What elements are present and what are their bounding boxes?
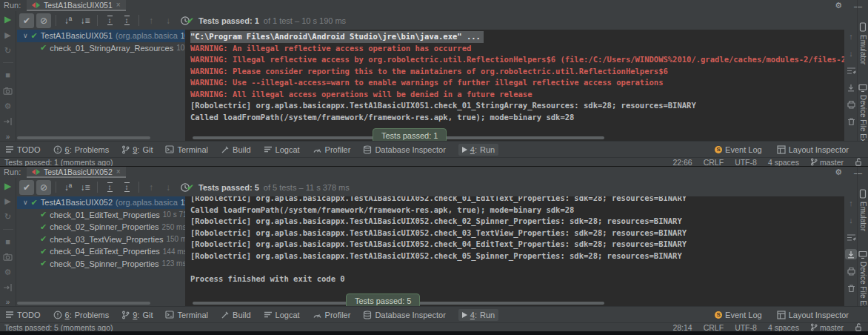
print-icon[interactable] xyxy=(845,99,857,110)
test-row[interactable]: ✔ check_01_StringArray_Resources 10 s 19… xyxy=(17,42,185,55)
down-stacktrace-icon[interactable]: ↓ xyxy=(845,48,857,59)
collapse-all-icon[interactable]: ↕ xyxy=(119,13,134,28)
toolbar-item-logcat[interactable]: Logcat xyxy=(264,311,300,319)
toolbar-item-git[interactable]: 9:Git xyxy=(121,311,153,319)
gear-icon[interactable]: ⚙ xyxy=(835,168,842,177)
screenshot-icon[interactable] xyxy=(2,85,14,96)
toolbar-item-database-inspector[interactable]: Database Inspector xyxy=(363,311,445,319)
toolbar-item-todo[interactable]: TODO xyxy=(5,311,41,319)
gear-icon[interactable]: ⚙ xyxy=(835,1,842,10)
rerun-failed-icon[interactable]: ▶ xyxy=(2,30,14,40)
previous-occurrence-icon[interactable]: ↑ xyxy=(144,180,158,195)
scroll-to-end-icon[interactable] xyxy=(845,249,857,259)
event-log-button[interactable]: SEvent Log xyxy=(715,145,762,154)
console-output[interactable]: [Robolectric] org.aplas.basicappx.TestA1… xyxy=(185,196,844,306)
toolbar-item-git[interactable]: 9:Git xyxy=(121,145,153,154)
sort-by-duration-icon[interactable]: ↓≡ xyxy=(78,180,93,195)
auto-test-icon[interactable]: ↻ xyxy=(2,212,14,222)
run-tab[interactable]: TestA1BasicUIX051 × xyxy=(27,0,126,11)
git-branch-widget[interactable]: master xyxy=(810,323,844,332)
test-row[interactable]: ✔ check_03_TextView_Properties 150 ms xyxy=(17,233,185,246)
auto-test-icon[interactable]: ↻ xyxy=(2,45,14,56)
sort-by-duration-icon[interactable]: ↓≡ xyxy=(78,13,93,28)
expand-all-icon[interactable]: ↕ xyxy=(102,180,117,195)
lock-icon[interactable] xyxy=(855,158,862,166)
toolbar-item-build[interactable]: Build xyxy=(221,145,250,154)
close-icon[interactable]: × xyxy=(116,1,121,9)
status-message[interactable]: Tests passed: 1 (moments ago) xyxy=(4,158,113,167)
up-stacktrace-icon[interactable]: ↑ xyxy=(845,198,857,208)
soft-wrap-icon[interactable] xyxy=(845,232,857,242)
hidden-actions-chevron-icon[interactable]: » xyxy=(6,298,10,306)
show-ignored-filter-icon[interactable]: ⊘ xyxy=(36,180,51,195)
event-log-button[interactable]: SEvent Log xyxy=(715,311,762,319)
scroll-to-end-icon[interactable] xyxy=(845,82,857,93)
indent-widget[interactable]: 4 spaces xyxy=(768,323,799,332)
import-test-results-icon[interactable] xyxy=(2,282,14,293)
test-row[interactable]: ✔ check_02_Spinner_Properties 250 ms xyxy=(17,221,185,233)
expand-all-icon[interactable]: ↕ xyxy=(102,13,117,28)
status-message[interactable]: Tests passed: 5 (moments ago) xyxy=(4,323,113,332)
toolbar-item-todo[interactable]: TODO xyxy=(5,145,41,154)
encoding-widget[interactable]: UTF-8 xyxy=(735,158,757,167)
toolbar-item-build[interactable]: Build xyxy=(221,311,250,319)
toolbar-item-logcat[interactable]: Logcat xyxy=(264,145,300,154)
rerun-icon[interactable]: ▶ xyxy=(2,14,14,24)
toolbar-item-profiler[interactable]: Profiler xyxy=(313,311,351,319)
tree-scrollbar[interactable] xyxy=(17,136,150,139)
screenshot-icon[interactable] xyxy=(2,251,14,262)
encoding-widget[interactable]: UTF-8 xyxy=(735,323,757,332)
up-stacktrace-icon[interactable]: ↑ xyxy=(845,31,857,42)
next-occurrence-icon[interactable]: ↓ xyxy=(161,180,176,195)
show-ignored-filter-icon[interactable]: ⊘ xyxy=(36,13,51,28)
toolbar-item-run[interactable]: 4:Run xyxy=(458,309,498,321)
test-row[interactable]: ✔ check_01_EditText_Properties 10 s 711 … xyxy=(17,209,185,222)
caret-position-widget[interactable]: 28:14 xyxy=(672,323,692,332)
rerun-failed-icon[interactable]: ▶ xyxy=(2,196,14,207)
toolbar-item-terminal[interactable]: Terminal xyxy=(165,311,208,319)
toolbar-item-terminal[interactable]: Terminal xyxy=(165,145,208,154)
stop-icon[interactable]: ■ xyxy=(2,70,14,80)
toolbar-item-database-inspector[interactable]: Database Inspector xyxy=(363,145,445,154)
collapse-all-icon[interactable]: ↕ xyxy=(119,180,134,195)
layout-inspector-button[interactable]: Layout Inspector xyxy=(777,311,849,319)
toolbar-item-profiler[interactable]: Profiler xyxy=(313,145,351,154)
indent-widget[interactable]: 4 spaces xyxy=(768,158,799,167)
tree-scrollbar[interactable] xyxy=(17,302,150,305)
clear-console-icon[interactable] xyxy=(845,116,857,127)
sort-alphabetically-icon[interactable]: ↓ª xyxy=(61,13,76,28)
git-branch-widget[interactable]: master xyxy=(810,158,844,167)
close-icon[interactable]: × xyxy=(116,168,121,176)
show-passed-filter-icon[interactable]: ✔ xyxy=(19,13,34,28)
soft-wrap-icon[interactable] xyxy=(845,65,857,76)
toolbar-item-problems[interactable]: 6:Problems xyxy=(53,311,110,319)
test-root-row[interactable]: ∨ ✔ TestA1BasicUIX051 (org.aplas.basica … xyxy=(17,30,185,42)
stop-icon[interactable]: ■ xyxy=(2,236,14,247)
layout-inspector-button[interactable]: Layout Inspector xyxy=(777,145,849,154)
line-ending-widget[interactable]: CRLF xyxy=(704,158,724,167)
lock-icon[interactable] xyxy=(855,323,862,331)
rerun-icon[interactable]: ▶ xyxy=(2,181,14,191)
toolbar-item-problems[interactable]: 6:Problems xyxy=(53,145,110,154)
show-passed-filter-icon[interactable]: ✔ xyxy=(19,180,34,195)
caret-position-widget[interactable]: 22:66 xyxy=(672,158,692,167)
line-ending-widget[interactable]: CRLF xyxy=(704,323,724,332)
debug-settings-icon[interactable]: ⚙ xyxy=(2,267,14,277)
console-output[interactable]: "C:\Program Files\Android\Android Studio… xyxy=(185,30,844,141)
previous-occurrence-icon[interactable]: ↑ xyxy=(144,13,158,28)
test-row[interactable]: ✔ check_05_Spinner_Properties 123 ms xyxy=(17,258,185,271)
run-tab[interactable]: TestA1BasicUIX052 × xyxy=(27,167,126,178)
test-root-row[interactable]: ∨ ✔ TestA1BasicUIX052 (org.aplas.basica … xyxy=(17,196,185,209)
print-icon[interactable] xyxy=(845,266,857,276)
emulator-stripe-button[interactable]: Emulator xyxy=(859,22,867,64)
next-occurrence-icon[interactable]: ↓ xyxy=(161,13,176,28)
hidden-actions-chevron-icon[interactable]: » xyxy=(6,133,10,141)
clear-console-icon[interactable] xyxy=(845,283,857,293)
expander-icon[interactable]: ∨ xyxy=(23,199,28,206)
emulator-stripe-button[interactable]: Emulator xyxy=(859,189,867,231)
expander-icon[interactable]: ∨ xyxy=(23,32,28,39)
test-row[interactable]: ✔ check_04_EditText_Properties 144 ms xyxy=(17,245,185,258)
down-stacktrace-icon[interactable]: ↓ xyxy=(845,215,857,225)
sort-alphabetically-icon[interactable]: ↓ª xyxy=(61,180,76,195)
toolbar-item-run[interactable]: 4:Run xyxy=(458,144,498,156)
